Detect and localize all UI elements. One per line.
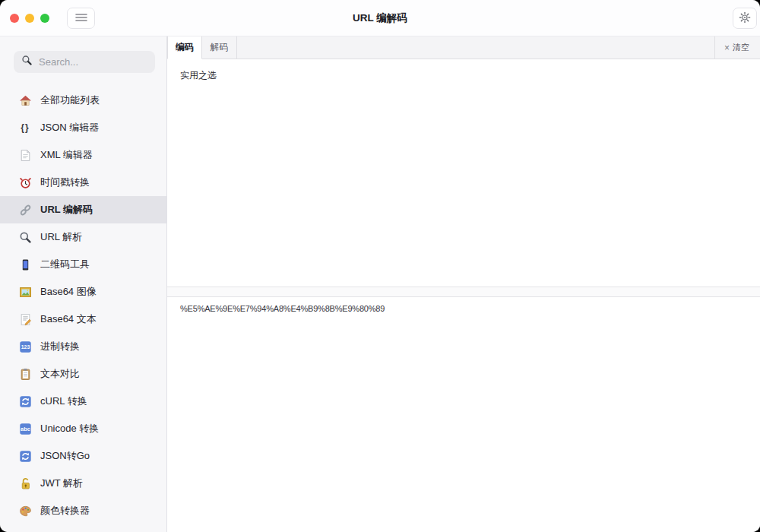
sidebar-item-9[interactable]: 123进制转换: [0, 333, 166, 360]
palette-icon: [18, 504, 32, 518]
svg-text:abc: abc: [21, 426, 30, 432]
sidebar-item-label: XML 编辑器: [40, 148, 93, 162]
sidebar-item-label: JWT 解析: [40, 477, 83, 490]
sidebar-item-13[interactable]: JSON转Go: [0, 442, 166, 470]
search-icon: [21, 55, 33, 69]
sidebar-item-label: cURL 转换: [40, 394, 87, 408]
sidebar-item-11[interactable]: cURL 转换: [0, 388, 166, 415]
svg-text:123: 123: [21, 344, 30, 350]
encode-input-area[interactable]: 实用之选: [167, 59, 760, 287]
sidebar-item-14[interactable]: JWT 解析: [0, 470, 166, 497]
hamburger-icon: [75, 13, 87, 24]
sidebar-item-3[interactable]: 时间戳转换: [0, 169, 166, 196]
app-window: URL 编解码: [0, 0, 760, 532]
tabbar-spacer: [237, 36, 714, 59]
sidebar-item-1[interactable]: {}JSON 编辑器: [0, 114, 166, 141]
sidebar-item-label: 时间戳转换: [40, 176, 90, 189]
settings-button[interactable]: [733, 8, 757, 29]
sidebar-item-label: 进制转换: [40, 340, 80, 353]
input-letters-icon: abc: [18, 422, 32, 435]
sidebar-item-label: 二维码工具: [40, 258, 90, 271]
mobile-phone-icon: [18, 258, 32, 271]
sidebar: 全部功能列表{}JSON 编辑器XML 编辑器时间戳转换URL 编解码URL 解…: [0, 36, 167, 532]
search-input[interactable]: [39, 56, 147, 68]
sidebar-item-label: JSON 编辑器: [40, 121, 99, 135]
clear-button-label: 清空: [733, 42, 749, 53]
clear-button[interactable]: × 清空: [714, 36, 760, 59]
sidebar-item-15[interactable]: 颜色转换器: [0, 497, 166, 524]
gear-icon: [739, 11, 751, 26]
sidebar-item-12[interactable]: abcUnicode 转换: [0, 415, 166, 442]
sidebar-item-label: Unicode 转换: [40, 422, 99, 435]
traffic-lights: [10, 0, 49, 36]
main-panel: 编码解码 × 清空 实用之选 %E5%AE%9E%E7%94%A8%E4%B9%…: [167, 36, 760, 532]
arrows-cycle-icon: [18, 394, 32, 408]
document-icon: [18, 148, 32, 162]
sidebar-items: 全部功能列表{}JSON 编辑器XML 编辑器时间戳转换URL 编解码URL 解…: [0, 87, 166, 524]
sidebar-item-6[interactable]: 二维码工具: [0, 251, 166, 278]
sidebar-item-4-selected[interactable]: URL 编解码: [0, 196, 166, 223]
arrows-cycle-icon: [18, 449, 32, 463]
sidebar-item-0[interactable]: 全部功能列表: [0, 87, 166, 114]
sidebar-item-label: JSON转Go: [40, 449, 90, 463]
memo-icon: [18, 312, 32, 326]
clipboard-icon: [18, 367, 32, 381]
menu-button[interactable]: [67, 8, 95, 29]
zoom-button[interactable]: [40, 14, 49, 23]
titlebar: URL 编解码: [0, 0, 760, 36]
sidebar-item-10[interactable]: 文本对比: [0, 360, 166, 388]
alarm-clock-icon: [18, 176, 32, 189]
sidebar-item-label: URL 解析: [40, 230, 82, 244]
page-title: URL 编解码: [353, 11, 407, 25]
sidebar-item-2[interactable]: XML 编辑器: [0, 141, 166, 169]
magnifier-icon: [18, 230, 32, 244]
sidebar-item-8[interactable]: Base64 文本: [0, 306, 166, 333]
sidebar-item-7[interactable]: Base64 图像: [0, 278, 166, 306]
sidebar-item-label: Base64 图像: [40, 285, 97, 299]
tab-decode[interactable]: 解码: [202, 36, 237, 59]
sidebar-item-5[interactable]: URL 解析: [0, 223, 166, 251]
home-icon: [18, 93, 32, 107]
tabbar: 编码解码 × 清空: [167, 36, 760, 59]
sidebar-item-label: Base64 文本: [40, 312, 97, 326]
sidebar-item-label: 全部功能列表: [40, 93, 100, 107]
sidebar-item-label: 文本对比: [40, 367, 80, 381]
panel-divider: [167, 287, 760, 297]
link-icon: [18, 203, 32, 217]
tab-encode[interactable]: 编码: [167, 36, 202, 59]
sidebar-item-label: URL 编解码: [40, 203, 93, 217]
encode-output-area[interactable]: %E5%AE%9E%E7%94%A8%E4%B9%8B%E9%80%89: [167, 297, 760, 532]
search-box[interactable]: [14, 51, 155, 73]
sidebar-item-label: 颜色转换器: [40, 504, 90, 518]
open-lock-icon: [18, 477, 32, 490]
close-icon: ×: [724, 43, 730, 52]
input-numbers-icon: 123: [18, 340, 32, 353]
content: 全部功能列表{}JSON 编辑器XML 编辑器时间戳转换URL 编解码URL 解…: [0, 36, 760, 532]
close-button[interactable]: [10, 14, 19, 23]
braces-icon: {}: [18, 121, 32, 135]
minimize-button[interactable]: [25, 14, 34, 23]
framed-picture-icon: [18, 285, 32, 299]
